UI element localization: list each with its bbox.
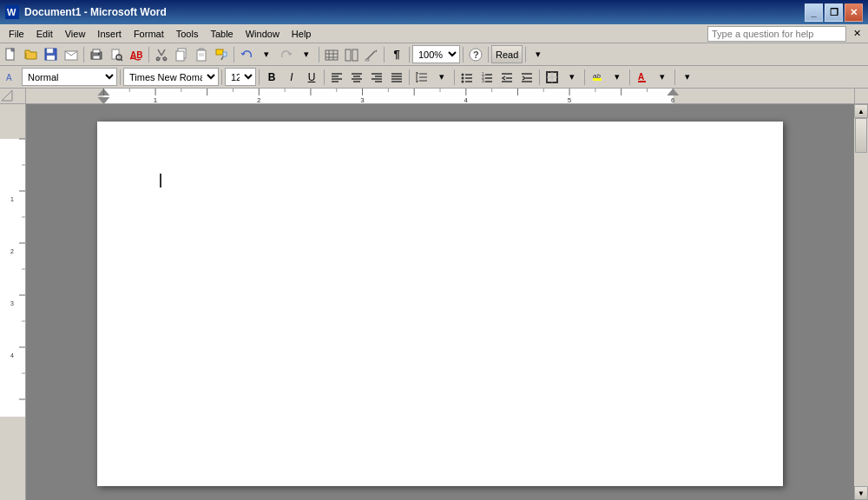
undo-button[interactable] [237, 45, 256, 64]
scroll-thumb[interactable] [855, 118, 867, 153]
copy-button[interactable] [172, 45, 191, 64]
svg-text:5: 5 [568, 95, 572, 103]
redo-button[interactable] [277, 45, 296, 64]
scroll-up-button[interactable]: ▲ [854, 104, 868, 118]
fmt-sep-7 [539, 69, 540, 85]
drawing-button[interactable] [362, 45, 381, 64]
document-area[interactable] [26, 104, 854, 500]
line-spacing-button[interactable] [412, 68, 431, 87]
print-preview-button[interactable] [107, 45, 126, 64]
underline-button[interactable]: U [302, 68, 321, 87]
highlight-dropdown[interactable]: ▾ [608, 68, 627, 87]
menu-edit[interactable]: Edit [31, 27, 58, 41]
numbering-button[interactable]: 1.2.3. [477, 68, 496, 87]
svg-rect-19 [176, 51, 184, 61]
svg-text:3: 3 [360, 95, 365, 103]
align-right-button[interactable] [367, 68, 386, 87]
svg-text:3.: 3. [482, 78, 485, 83]
separator-6 [409, 47, 410, 62]
align-center-button[interactable] [347, 68, 366, 87]
size-select[interactable]: 12 8 10 14 16 18 24 36 48 72 [225, 68, 256, 86]
email-button[interactable] [62, 45, 81, 64]
separator-2 [148, 47, 149, 62]
svg-rect-26 [326, 50, 338, 60]
style-icon: A [2, 68, 21, 87]
svg-point-63 [462, 80, 464, 82]
svg-rect-83 [638, 81, 646, 82]
svg-rect-6 [47, 56, 55, 60]
svg-line-33 [366, 51, 375, 60]
font-color-dropdown[interactable]: ▾ [653, 68, 672, 87]
help-question-button[interactable]: ? [466, 45, 485, 64]
spellcheck-button[interactable]: ABC [127, 45, 146, 64]
highlight-button[interactable]: ab [588, 68, 607, 87]
font-select[interactable]: Times New Roman Arial Courier New [123, 68, 219, 86]
menu-format[interactable]: Format [128, 27, 169, 41]
scrollbar: ▲ ▼ [854, 104, 868, 500]
left-ruler: 1 2 3 4 [0, 104, 26, 500]
menu-view[interactable]: View [60, 27, 91, 41]
scroll-track[interactable] [854, 118, 868, 486]
minimize-button[interactable]: _ [805, 3, 823, 22]
justify-button[interactable] [387, 68, 406, 87]
redo-dropdown[interactable]: ▾ [297, 45, 316, 64]
separator-3 [233, 47, 234, 62]
menu-window[interactable]: Window [240, 27, 285, 41]
format-painter-button[interactable] [212, 45, 231, 64]
menu-insert[interactable]: Insert [92, 27, 127, 41]
zoom-select[interactable]: 100% 75% 50% 150% 200% [412, 45, 460, 63]
insert-table-button[interactable] [322, 45, 341, 64]
svg-rect-120 [0, 104, 26, 139]
svg-text:1: 1 [154, 95, 158, 103]
decrease-indent-button[interactable] [497, 68, 516, 87]
menu-help[interactable]: Help [286, 27, 317, 41]
main-area: 1 2 3 4 ▲ ▼ [0, 104, 868, 500]
main-toolbar: ABC ▾ ▾ ¶ 100% 75% 50% 150% 200% [0, 43, 868, 66]
columns-button[interactable] [342, 45, 361, 64]
svg-rect-85 [26, 89, 103, 104]
menu-table[interactable]: Table [205, 27, 238, 41]
svg-point-59 [462, 73, 464, 76]
page-content[interactable] [97, 122, 783, 469]
bullets-button[interactable] [457, 68, 477, 87]
separator-4 [319, 47, 319, 62]
text-cursor [160, 174, 161, 188]
line-spacing-dropdown[interactable]: ▾ [432, 68, 451, 87]
help-input[interactable] [707, 26, 846, 42]
svg-rect-5 [47, 49, 53, 53]
format-toolbar-options[interactable]: ▾ [678, 68, 697, 87]
scroll-down-button[interactable]: ▼ [854, 486, 868, 500]
svg-rect-122 [0, 417, 26, 451]
separator-5 [384, 47, 385, 62]
svg-text:2: 2 [257, 95, 261, 103]
title-controls: _ ❐ ✕ [805, 3, 863, 22]
svg-text:1: 1 [10, 196, 14, 202]
fmt-sep-8 [584, 69, 585, 85]
paste-button[interactable] [192, 45, 211, 64]
help-close-button[interactable]: ✕ [850, 27, 865, 40]
print-button[interactable] [87, 45, 106, 64]
save-button[interactable] [42, 45, 61, 64]
font-color-button[interactable]: A [633, 68, 652, 87]
menu-tools[interactable]: Tools [171, 27, 204, 41]
align-left-button[interactable] [327, 68, 346, 87]
italic-button[interactable]: I [282, 68, 301, 87]
cut-button[interactable] [152, 45, 171, 64]
svg-rect-121 [0, 139, 26, 417]
ruler-corner [0, 89, 26, 104]
svg-rect-32 [352, 49, 358, 61]
show-para-button[interactable]: ¶ [387, 45, 406, 64]
read-button[interactable]: Read [491, 45, 523, 63]
increase-indent-button[interactable] [517, 68, 536, 87]
outside-border-button[interactable] [542, 68, 562, 87]
open-button[interactable] [22, 45, 41, 64]
menu-file[interactable]: File [3, 27, 30, 41]
new-button[interactable] [2, 45, 21, 64]
undo-dropdown[interactable]: ▾ [257, 45, 276, 64]
border-dropdown[interactable]: ▾ [562, 68, 582, 87]
close-button[interactable]: ✕ [845, 3, 863, 22]
bold-button[interactable]: B [262, 68, 281, 87]
restore-button[interactable]: ❐ [825, 3, 843, 22]
toolbar-options-button[interactable]: ▾ [529, 45, 548, 64]
style-select[interactable]: Normal Heading 1 Heading 2 [22, 68, 117, 86]
